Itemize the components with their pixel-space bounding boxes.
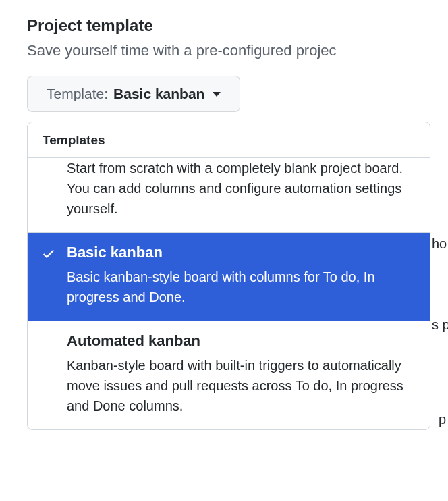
option-description: Basic kanban-style board with columns fo… [67, 267, 415, 307]
section-subtitle: Save yourself time with a pre-configured… [27, 42, 448, 59]
dropdown-panel-header: Templates [28, 122, 430, 158]
template-dropdown-panel: Templates None Start from scratch with a… [27, 122, 430, 430]
section-title: Project template [27, 16, 448, 35]
option-title: Basic kanban [67, 244, 415, 261]
template-option-basic-kanban[interactable]: Basic kanban Basic kanban-style board wi… [28, 233, 430, 321]
bg-text-fragment: ho [432, 236, 447, 252]
template-option-automated-kanban[interactable]: Automated kanban Kanban-style board with… [28, 321, 430, 429]
option-description: Kanban-style board with built-in trigger… [67, 355, 415, 416]
chevron-down-icon [213, 92, 221, 97]
bg-text-fragment: s p [432, 317, 448, 333]
dropdown-value: Basic kanban [113, 86, 204, 102]
option-description: Start from scratch with a completely bla… [67, 158, 415, 219]
check-icon [41, 246, 56, 261]
bg-text-fragment: p [439, 412, 446, 427]
option-title: Automated kanban [67, 332, 415, 350]
dropdown-label: Template: [47, 86, 108, 102]
template-dropdown-trigger[interactable]: Template: Basic kanban [27, 76, 240, 112]
template-option-none[interactable]: None Start from scratch with a completel… [28, 158, 430, 233]
